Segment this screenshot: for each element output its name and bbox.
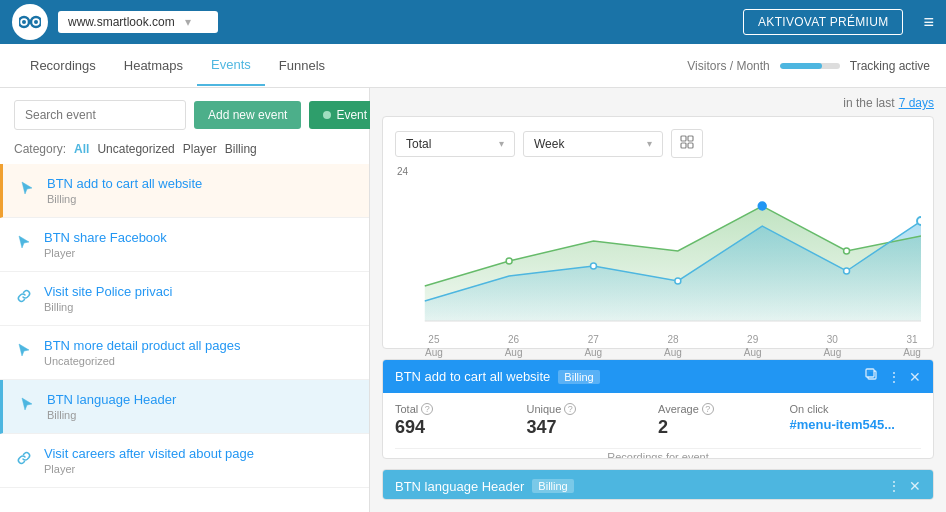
event-item[interactable]: Visit site Police privaci Billing [0, 272, 369, 326]
tab-recordings[interactable]: Recordings [16, 46, 110, 85]
total-select[interactable]: Total ▾ [395, 131, 515, 157]
event-info: BTN language Header Billing [47, 392, 355, 421]
nav-right: Visitors / Month Tracking active [687, 59, 930, 73]
tracking-active: Tracking active [850, 59, 930, 73]
nav-tabs: Recordings Heatmaps Events Funnels Visit… [0, 44, 946, 88]
hamburger-icon[interactable]: ≡ [923, 12, 934, 33]
event-list: BTN add to cart all website Billing BTN … [0, 164, 369, 512]
event-stats: Total ? 694 Unique ? 347 Average ? [383, 393, 933, 448]
event-item[interactable]: Visit careers after visited about page P… [0, 434, 369, 488]
add-event-button[interactable]: Add new event [194, 101, 301, 129]
url-chevron[interactable]: ▾ [185, 15, 191, 29]
tab-events[interactable]: Events [197, 45, 265, 86]
event-name: BTN more detail product all pages [44, 338, 355, 353]
tab-heatmaps[interactable]: Heatmaps [110, 46, 197, 85]
event-item[interactable]: BTN share Facebook Player [0, 218, 369, 272]
event-picker-dot [323, 111, 331, 119]
event-detail-card-2: BTN language Header Billing ⋮ ✕ [382, 469, 934, 500]
event-name: Visit careers after visited about page [44, 446, 355, 461]
event-category: Billing [47, 193, 355, 205]
detail-header-2: BTN language Header Billing ⋮ ✕ [383, 470, 933, 500]
tracking-fill [780, 63, 822, 69]
event-category: Billing [44, 301, 355, 313]
cat-uncategorized[interactable]: Uncategorized [97, 142, 174, 156]
visitors-label: Visitors / Month [687, 59, 769, 73]
event-item[interactable]: BTN add to cart all website Billing [0, 164, 369, 218]
svg-point-11 [758, 202, 766, 210]
x-label: 30Aug [823, 333, 841, 359]
period-label: in the last [843, 96, 894, 110]
stat-unique: Unique ? 347 [527, 403, 659, 438]
stat-on-click: On click #menu-item545... [790, 403, 922, 438]
cat-all[interactable]: All [74, 142, 89, 156]
svg-point-2 [22, 20, 26, 24]
cat-billing[interactable]: Billing [225, 142, 257, 156]
stat-total-value: 694 [395, 417, 527, 438]
event-info: BTN add to cart all website Billing [47, 176, 355, 205]
stat-average-value: 2 [658, 417, 790, 438]
event-name: BTN add to cart all website [47, 176, 355, 191]
detail-badge-2: Billing [532, 479, 573, 493]
event-info: Visit site Police privaci Billing [44, 284, 355, 313]
event-info: BTN share Facebook Player [44, 230, 355, 259]
tab-funnels[interactable]: Funnels [265, 46, 339, 85]
event-detail-card-1: BTN add to cart all website Billing ⋮ ✕ … [382, 359, 934, 459]
app-header: www.smartlook.com ▾ AKTIVOVAT PRÉMIUM ≡ [0, 0, 946, 44]
detail-header-1: BTN add to cart all website Billing ⋮ ✕ [383, 360, 933, 393]
help-icon[interactable]: ? [421, 403, 433, 415]
cursor-icon [17, 178, 37, 198]
svg-point-12 [844, 248, 850, 254]
chart-settings-button[interactable] [671, 129, 703, 158]
category-label: Category: [14, 142, 66, 156]
event-name: BTN language Header [47, 392, 355, 407]
chart-y-value: 24 [397, 166, 408, 177]
svg-rect-6 [681, 143, 686, 148]
event-item[interactable]: BTN language Header Billing [0, 380, 369, 434]
stat-average: Average ? 2 [658, 403, 790, 438]
help-icon[interactable]: ? [564, 403, 576, 415]
category-row: Category: All Uncategorized Player Billi… [0, 138, 369, 164]
detail-badge-1: Billing [558, 370, 599, 384]
event-category: Billing [47, 409, 355, 421]
chart-controls: Total ▾ Week ▾ [395, 129, 921, 158]
svg-rect-4 [681, 136, 686, 141]
url-bar[interactable]: www.smartlook.com ▾ [58, 11, 218, 33]
svg-rect-5 [688, 136, 693, 141]
logo [12, 4, 48, 40]
cursor-icon [14, 340, 34, 360]
detail-close-button[interactable]: ✕ [909, 369, 921, 385]
week-select[interactable]: Week ▾ [523, 131, 663, 157]
tracking-bar [780, 63, 840, 69]
x-label: 27Aug [584, 333, 602, 359]
event-category: Player [44, 247, 355, 259]
svg-point-15 [844, 268, 850, 274]
detail-copy-button[interactable] [865, 368, 879, 385]
cat-player[interactable]: Player [183, 142, 217, 156]
period-value[interactable]: 7 days [899, 96, 934, 110]
event-name: Visit site Police privaci [44, 284, 355, 299]
cursor-icon [14, 232, 34, 252]
premium-button[interactable]: AKTIVOVAT PRÉMIUM [743, 9, 903, 35]
event-name: BTN share Facebook [44, 230, 355, 245]
detail-close-button-2[interactable]: ✕ [909, 478, 921, 494]
link-icon [14, 448, 34, 468]
svg-point-13 [591, 263, 597, 269]
svg-rect-19 [866, 369, 874, 377]
url-text: www.smartlook.com [68, 15, 175, 29]
detail-more-button-2[interactable]: ⋮ [887, 478, 901, 494]
x-label: 25Aug [425, 333, 443, 359]
event-info: BTN more detail product all pages Uncate… [44, 338, 355, 367]
chart-area: 24 [395, 166, 921, 336]
event-info: Visit careers after visited about page P… [44, 446, 355, 475]
x-label: 26Aug [505, 333, 523, 359]
detail-more-button[interactable]: ⋮ [887, 369, 901, 385]
search-input[interactable] [14, 100, 186, 130]
event-item[interactable]: BTN more detail product all pages Uncate… [0, 326, 369, 380]
chevron-down-icon: ▾ [647, 138, 652, 149]
help-icon[interactable]: ? [702, 403, 714, 415]
stat-unique-value: 347 [527, 417, 659, 438]
period-row: in the last 7 days [382, 96, 934, 110]
svg-rect-7 [688, 143, 693, 148]
x-label: 28Aug [664, 333, 682, 359]
chart-svg [395, 166, 921, 326]
